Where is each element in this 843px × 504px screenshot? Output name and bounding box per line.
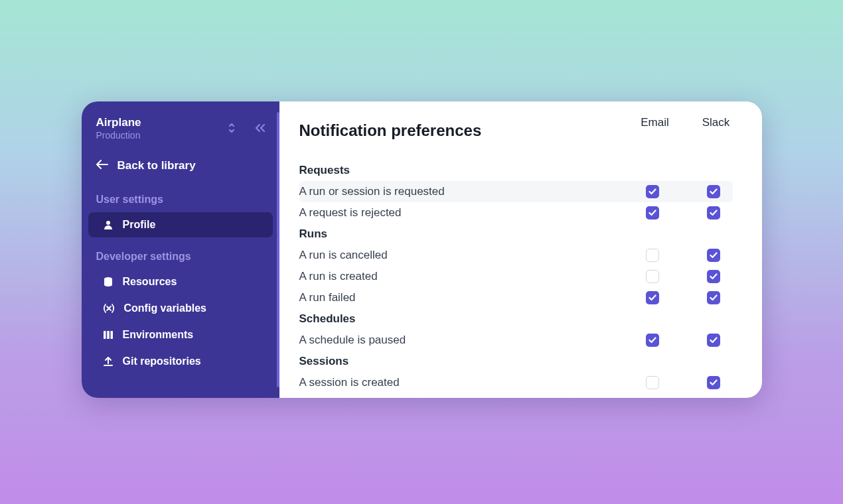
svg-point-0 <box>106 221 110 225</box>
checkbox-email[interactable] <box>646 185 659 198</box>
main-header: Notification preferences Email Slack <box>299 116 733 140</box>
user-icon <box>103 220 114 230</box>
upload-icon <box>103 356 114 367</box>
variable-icon <box>103 303 115 314</box>
checkbox-slack[interactable] <box>707 270 720 283</box>
preference-groups: RequestsA run or session is requestedA r… <box>299 160 733 393</box>
database-icon <box>103 277 114 287</box>
preference-label: A run is cancelled <box>299 249 388 262</box>
preference-checkboxes <box>636 185 730 198</box>
sidebar-item-git-repositories[interactable]: Git repositories <box>88 349 273 374</box>
checkbox-slack[interactable] <box>707 334 720 347</box>
checkbox-slack[interactable] <box>707 249 720 262</box>
workspace-actions <box>228 123 266 133</box>
preference-checkboxes <box>636 376 730 389</box>
workspace-switcher-icon[interactable] <box>228 123 236 133</box>
checkbox-slack[interactable] <box>707 376 720 389</box>
checkbox-email[interactable] <box>646 249 659 262</box>
checkbox-email[interactable] <box>646 334 659 347</box>
sidebar-item-label: Environments <box>123 329 194 341</box>
sidebar: Airplane Production Back to library User… <box>82 101 279 398</box>
back-to-library-link[interactable]: Back to library <box>82 147 279 182</box>
preference-row: A schedule is paused <box>299 330 733 351</box>
svg-rect-3 <box>107 331 110 339</box>
columns-icon <box>103 330 114 340</box>
checkbox-slack[interactable] <box>707 291 720 304</box>
preference-label: A request is rejected <box>299 206 402 220</box>
preference-checkboxes <box>636 249 730 262</box>
preference-row: A run or session is requested <box>299 181 733 202</box>
preference-label: A run failed <box>299 291 356 304</box>
workspace-info[interactable]: Airplane Production <box>96 116 141 141</box>
preference-row: A run is cancelled <box>299 245 733 266</box>
collapse-sidebar-icon[interactable] <box>254 123 266 133</box>
sidebar-item-config-variables[interactable]: Config variables <box>88 296 273 321</box>
arrow-left-icon <box>96 160 108 172</box>
preference-row: A run failed <box>299 287 733 308</box>
preference-group-title: Runs <box>299 223 733 245</box>
sidebar-item-profile[interactable]: Profile <box>88 212 273 237</box>
checkbox-email[interactable] <box>646 376 659 389</box>
sidebar-section-title: Developer settings <box>82 239 279 268</box>
sidebar-item-environments[interactable]: Environments <box>88 322 273 347</box>
svg-rect-4 <box>110 331 113 339</box>
sidebar-item-label: Config variables <box>124 302 206 314</box>
sidebar-section-title: User settings <box>82 182 279 211</box>
preference-checkboxes <box>636 291 730 304</box>
preference-label: A run is created <box>299 270 378 283</box>
back-label: Back to library <box>117 159 196 172</box>
app-window: Airplane Production Back to library User… <box>82 101 762 398</box>
preference-checkboxes <box>636 334 730 347</box>
checkbox-email[interactable] <box>646 206 659 220</box>
preference-row: A session is created <box>299 372 733 393</box>
checkbox-slack[interactable] <box>707 185 720 198</box>
column-header-email: Email <box>639 116 672 129</box>
preference-label: A schedule is paused <box>299 334 406 347</box>
preference-checkboxes <box>636 206 730 220</box>
workspace-env: Production <box>96 130 141 141</box>
checkbox-slack[interactable] <box>707 206 720 220</box>
preference-label: A session is created <box>299 376 400 389</box>
checkbox-email[interactable] <box>646 291 659 304</box>
column-header-slack: Slack <box>700 116 733 129</box>
sidebar-item-label: Resources <box>123 276 177 288</box>
sidebar-item-label: Profile <box>123 219 156 231</box>
preference-group-title: Schedules <box>299 308 733 330</box>
svg-rect-2 <box>104 331 106 339</box>
checkbox-email[interactable] <box>646 270 659 283</box>
preference-group-title: Requests <box>299 160 733 181</box>
preference-row: A request is rejected <box>299 202 733 223</box>
preference-row: A run is created <box>299 266 733 287</box>
column-headers: Email Slack <box>639 116 733 129</box>
workspace-name: Airplane <box>96 116 141 129</box>
sidebar-item-label: Git repositories <box>123 355 201 367</box>
preference-checkboxes <box>636 270 730 283</box>
main-content: Notification preferences Email Slack Req… <box>279 101 762 398</box>
page-title: Notification preferences <box>299 121 482 140</box>
preference-group-title: Sessions <box>299 351 733 372</box>
sidebar-item-resources[interactable]: Resources <box>88 269 273 294</box>
preference-label: A run or session is requested <box>299 185 445 198</box>
workspace-header: Airplane Production <box>82 112 279 147</box>
